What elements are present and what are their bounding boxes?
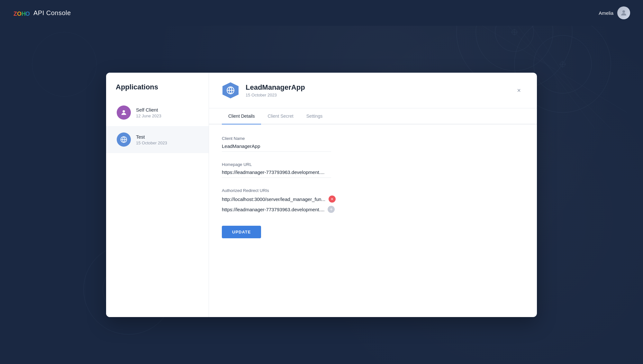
zoho-logo-svg: Z O H O — [13, 7, 30, 18]
test-info: Test 15 October 2023 — [136, 134, 167, 145]
redirect-uris-group: Authorized Redirect URIs http://localhos… — [222, 188, 524, 213]
homepage-url-label: Homepage URL — [222, 162, 524, 167]
svg-point-23 — [622, 10, 625, 13]
client-name-label: Client Name — [222, 136, 524, 141]
tabs: Client Details Client Secret Settings — [209, 108, 537, 124]
user-section: Amelia — [599, 6, 630, 19]
detail-app-text: LeadManagerApp 15 October 2023 — [246, 83, 305, 97]
test-name: Test — [136, 134, 167, 140]
tab-settings[interactable]: Settings — [300, 108, 329, 124]
detail-header: LeadManagerApp 15 October 2023 × — [209, 73, 537, 108]
client-name-value: LeadManagerApp — [222, 143, 331, 152]
client-name-group: Client Name LeadManagerApp — [222, 136, 524, 152]
uri-row-0: http://localhost:3000/server/lead_manage… — [222, 196, 524, 203]
homepage-url-group: Homepage URL https://leadmanager-7737939… — [222, 162, 524, 178]
app-title: API Console — [33, 9, 71, 17]
sidebar-item-self-client[interactable]: Self Client 12 June 2023 — [106, 99, 209, 126]
navbar: Z O H O API Console Amelia — [0, 0, 643, 26]
sidebar-item-test[interactable]: Test 15 October 2023 — [106, 126, 209, 153]
user-name: Amelia — [599, 10, 613, 16]
test-icon — [117, 132, 131, 147]
detail-app-icon — [222, 82, 239, 99]
svg-text:O: O — [17, 11, 22, 17]
detail-panel: LeadManagerApp 15 October 2023 × Client … — [209, 73, 537, 317]
detail-app-info: LeadManagerApp 15 October 2023 — [222, 82, 305, 99]
panel: Applications Self Client 12 June 2023 — [106, 73, 537, 317]
self-client-info: Self Client 12 June 2023 — [136, 107, 161, 118]
tab-client-secret[interactable]: Client Secret — [261, 108, 300, 124]
main-content: Applications Self Client 12 June 2023 — [0, 26, 643, 364]
homepage-url-value: https://leadmanager-773793963.developmen… — [222, 169, 331, 178]
redirect-uris-label: Authorized Redirect URIs — [222, 188, 524, 193]
zoho-logo: Z O H O — [13, 7, 30, 18]
uri-remove-button-0[interactable]: × — [329, 196, 336, 203]
avatar[interactable] — [617, 6, 630, 19]
tab-client-details[interactable]: Client Details — [222, 108, 261, 124]
uri-value-0: http://localhost:3000/server/lead_manage… — [222, 196, 325, 202]
detail-app-name: LeadManagerApp — [246, 83, 305, 92]
sidebar: Applications Self Client 12 June 2023 — [106, 73, 209, 317]
update-button[interactable]: UPDATE — [222, 226, 261, 238]
svg-text:O: O — [25, 11, 30, 17]
test-date: 15 October 2023 — [136, 141, 167, 145]
sidebar-title: Applications — [106, 83, 209, 99]
self-client-name: Self Client — [136, 107, 161, 113]
app-list: Self Client 12 June 2023 Test — [106, 99, 209, 153]
detail-app-date: 15 October 2023 — [246, 93, 305, 97]
uri-add-button[interactable]: + — [328, 206, 335, 213]
form-content: Client Name LeadManagerApp Homepage URL … — [209, 124, 537, 317]
uri-row-1: https://leadmanager-773793963.developmen… — [222, 206, 524, 213]
svg-point-24 — [122, 110, 125, 113]
close-button[interactable]: × — [514, 85, 524, 96]
brand: Z O H O API Console — [13, 7, 71, 18]
self-client-date: 12 June 2023 — [136, 114, 161, 118]
self-client-icon — [117, 105, 131, 120]
uri-value-1: https://leadmanager-773793963.developmen… — [222, 207, 324, 212]
svg-text:Z: Z — [14, 11, 17, 17]
